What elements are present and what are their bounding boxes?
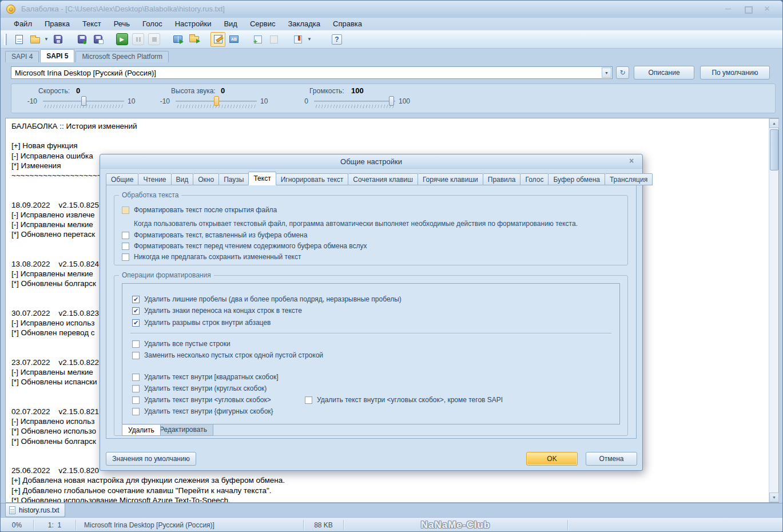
open-file-menu-icon[interactable] (43, 37, 49, 42)
remove-line-breaks-checkbox[interactable] (132, 319, 140, 327)
scroll-down-icon[interactable] (769, 493, 779, 502)
collapse-empty-lines-checkbox[interactable] (132, 352, 140, 359)
menu-settings[interactable]: Настройки (169, 18, 218, 30)
ok-button[interactable]: OK (526, 452, 578, 466)
bookmarks-menu-icon[interactable] (307, 37, 312, 42)
checkbox-row: Удалить текст внутри (круглых скобок) (132, 384, 267, 393)
menu-file[interactable]: Файл (7, 18, 38, 30)
rate-thumb[interactable] (81, 96, 86, 106)
voice-default-button[interactable]: По умолчанию (700, 66, 770, 80)
text-processing-group-title: Обработка текста (119, 191, 181, 199)
dialog-tab-general[interactable]: Общие (106, 173, 138, 185)
subtab-delete[interactable]: Удалить (122, 424, 161, 436)
save-audio-file-button[interactable] (74, 32, 89, 47)
volume-thumb[interactable] (389, 96, 394, 106)
help-button[interactable] (329, 32, 344, 47)
checkbox-row: Заменить несколько пустых строк одной пу… (132, 351, 323, 360)
menu-speech[interactable]: Речь (108, 18, 136, 30)
dialog-tab-clipboard[interactable]: Буфер обмена (549, 173, 605, 185)
checkbox-row: Удалить текст внутри [квадратных скобок] (132, 372, 278, 382)
remove-square-brackets-checkbox[interactable] (132, 374, 140, 381)
dialog-tab-voice[interactable]: Голос (520, 173, 549, 185)
subtab-edit[interactable]: Редактировать (153, 424, 213, 436)
status-caret-position: 1: 1 (34, 520, 76, 530)
format-pasted-checkbox[interactable] (122, 232, 129, 239)
dialog-tab-translation[interactable]: Трансляция (605, 173, 653, 185)
never-ask-save-checkbox[interactable] (122, 253, 129, 261)
menu-edit[interactable]: Правка (38, 18, 76, 30)
dialog-tab-ignore-text[interactable]: Игнорировать текст (276, 173, 349, 185)
checkbox-row: Удалить текст внутри <угловых скобок> (132, 395, 271, 404)
remove-hyphenation-checkbox[interactable] (132, 307, 140, 315)
pitch-thumb[interactable] (214, 96, 219, 106)
save-text-and-audio-button[interactable] (90, 32, 105, 47)
close-icon[interactable] (761, 5, 773, 13)
stop-button[interactable] (146, 32, 161, 47)
dictionary-icon (229, 35, 239, 43)
volume-slider: Громкость: 100 0 100 (292, 84, 418, 114)
menu-voice[interactable]: Голос (136, 18, 169, 30)
dialog-close-icon[interactable] (626, 157, 637, 166)
tab-ms-speech-platform[interactable]: Microsoft Speech Platform (75, 51, 169, 62)
remove-dictionary-button[interactable] (267, 32, 281, 47)
dialog-titlebar[interactable]: Общие настройки (100, 154, 642, 169)
batch-conversion-button[interactable] (186, 32, 201, 47)
pitch-max: 10 (260, 97, 268, 105)
dialog-tab-window[interactable]: Окно (193, 173, 219, 185)
cancel-button[interactable]: Отмена (586, 452, 637, 466)
remove-angle-brackets-except-sapi-checkbox[interactable] (305, 396, 312, 404)
menu-service[interactable]: Сервис (244, 18, 282, 30)
bookmarks-button[interactable] (291, 32, 305, 47)
dialog-tab-rules[interactable]: Правила (483, 173, 521, 185)
scrollbar-thumb[interactable] (770, 129, 778, 170)
volume-label: Громкость: (309, 87, 344, 95)
general-settings-button[interactable] (210, 32, 225, 47)
menu-bookmark[interactable]: Закладка (281, 18, 327, 30)
pitch-value: 0 (221, 86, 225, 95)
voice-description-button[interactable]: Описание (634, 66, 694, 80)
volume-track[interactable] (314, 101, 395, 102)
chevron-down-icon[interactable] (602, 68, 611, 78)
voice-select[interactable]: Microsoft Irina Desktop [Русский (Россия… (11, 66, 613, 79)
menu-help[interactable]: Справка (327, 18, 368, 30)
remove-round-brackets-checkbox[interactable] (132, 385, 140, 392)
remove-extra-spaces-checkbox[interactable] (132, 296, 140, 303)
open-file-button[interactable] (27, 32, 42, 47)
dictionary-button[interactable] (226, 32, 241, 47)
dialog-tab-reading[interactable]: Чтение (138, 173, 171, 185)
window-title: Балаболка - [C:\Users\Alex\Desktop\Balab… (21, 5, 225, 13)
defaults-button[interactable]: Значения по умолчанию (106, 452, 196, 466)
format-after-open-checkbox[interactable] (122, 207, 129, 214)
dialog-tab-hotkeys[interactable]: Горячие клавиши (418, 173, 483, 185)
checkbox-row: Удалить лишние пробелы (два и более проб… (132, 295, 402, 304)
format-before-reading-checkbox[interactable] (122, 243, 129, 250)
remove-empty-lines-checkbox[interactable] (132, 340, 140, 348)
document-tab[interactable]: history.rus.txt (5, 503, 65, 517)
tab-sapi5[interactable]: SAPI 5 (40, 49, 74, 62)
menu-view[interactable]: Вид (217, 18, 244, 30)
dialog-tab-key-combinations[interactable]: Сочетания клавиш (348, 173, 418, 185)
dialog-tab-text[interactable]: Текст (248, 172, 276, 185)
status-voice: Microsoft Irina Desktop [Русский (Россия… (76, 520, 304, 530)
add-dictionary-button[interactable] (251, 32, 265, 47)
read-clipboard-button[interactable] (170, 32, 185, 47)
remove-curly-brackets-checkbox[interactable] (132, 408, 140, 415)
pitch-min: -10 (154, 97, 170, 105)
dialog-tab-view[interactable]: Вид (172, 173, 194, 185)
dialog-tab-pauses[interactable]: Паузы (219, 173, 249, 185)
scroll-up-icon[interactable] (769, 118, 779, 128)
new-document-button[interactable] (11, 32, 26, 47)
remove-angle-brackets-checkbox[interactable] (132, 396, 140, 404)
pause-button[interactable] (130, 32, 145, 47)
checkbox-row: Никогда не предлагать сохранить измененн… (122, 252, 301, 261)
save-file-button[interactable] (50, 32, 65, 47)
maximize-icon[interactable] (741, 5, 754, 13)
menu-text[interactable]: Текст (76, 18, 108, 30)
play-button[interactable] (114, 32, 129, 47)
toolbar-grip[interactable] (4, 34, 7, 45)
editor-scrollbar[interactable] (769, 118, 778, 502)
refresh-voices-button[interactable] (616, 66, 629, 79)
pitch-label: Высота звука: (171, 87, 216, 95)
minimize-icon[interactable] (722, 5, 734, 13)
tab-sapi4[interactable]: SAPI 4 (5, 51, 39, 62)
